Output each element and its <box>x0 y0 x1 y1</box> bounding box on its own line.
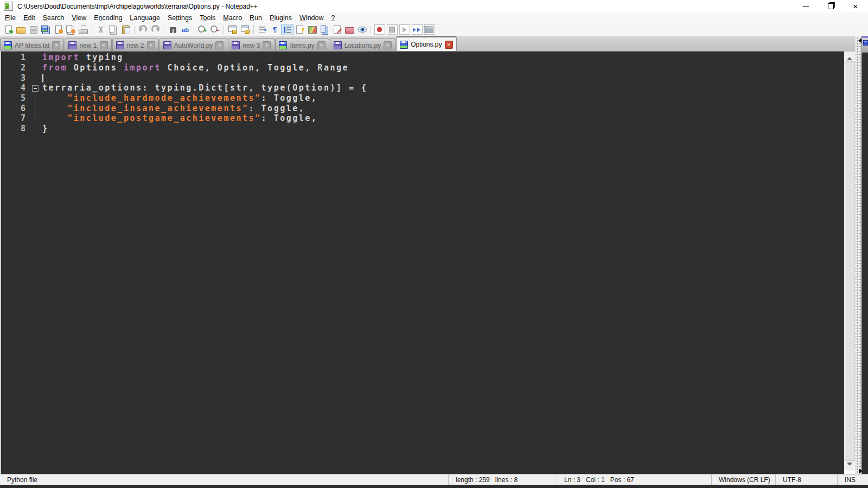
sync-vertical-button[interactable] <box>227 24 238 35</box>
new-file-button[interactable] <box>3 24 14 35</box>
menu-item-help[interactable]: ? <box>328 13 339 23</box>
print-icon <box>79 25 88 34</box>
menu-item-view[interactable]: View <box>68 13 90 23</box>
code-area[interactable]: 1import typing2from Options import Choic… <box>1 52 844 474</box>
close-tab-icon[interactable]: × <box>215 41 224 49</box>
tab-ap-ideas-txt[interactable]: AP Ideas.txt× <box>0 38 64 52</box>
undo-button[interactable] <box>137 24 149 35</box>
fold-margin <box>26 113 42 124</box>
close-all-button[interactable] <box>65 24 76 35</box>
close-file-icon <box>54 25 63 34</box>
document-map-button[interactable] <box>307 24 318 35</box>
macro-save-icon <box>425 25 435 34</box>
monitoring-button[interactable] <box>356 24 368 35</box>
maximize-restore-button[interactable] <box>818 0 843 12</box>
code-line[interactable]: 1import typing <box>1 53 844 63</box>
code-text: "include_insane_achievements": Toggle, <box>42 104 305 113</box>
code-line[interactable]: 5 "include_hardmode_achievements": Toggl… <box>1 93 844 104</box>
status-insert-mode[interactable]: INS <box>837 474 868 485</box>
macro-record-button[interactable] <box>374 24 385 35</box>
menu-item-language[interactable]: Language <box>126 13 164 23</box>
menu-item-edit[interactable]: Edit <box>20 13 39 23</box>
close-tab-icon[interactable]: × <box>52 41 60 49</box>
sync-vertical-icon <box>228 25 238 34</box>
save-all-button[interactable] <box>40 24 52 35</box>
scroll-down-button[interactable] <box>844 461 855 470</box>
macro-run-multiple-button[interactable] <box>411 24 423 35</box>
close-button[interactable]: × <box>843 0 868 12</box>
redo-button[interactable] <box>150 24 161 35</box>
macro-save-button[interactable] <box>424 24 435 35</box>
tab-locations-py[interactable]: Locations.py× <box>330 38 395 52</box>
menu-item-search[interactable]: Search <box>39 13 68 23</box>
code-line[interactable]: 4terraria_options: typing.Dict[str, type… <box>1 83 844 93</box>
editor-pane[interactable]: 1import typing2from Options import Choic… <box>0 51 844 474</box>
menu-bar: FileEditSearchViewEncodingLanguageSettin… <box>0 12 868 23</box>
code-line[interactable]: 7 "include_postgame_achievements": Toggl… <box>1 113 844 124</box>
menu-item-tools[interactable]: Tools <box>196 13 219 23</box>
folder-as-workspace-icon <box>345 25 355 34</box>
window-bottom-edge <box>0 485 868 488</box>
folder-as-workspace-button[interactable] <box>344 24 355 35</box>
code-line[interactable]: 8} <box>1 124 844 134</box>
paste-button[interactable] <box>120 24 131 35</box>
find-button[interactable] <box>167 24 178 35</box>
copy-button[interactable] <box>107 24 119 35</box>
code-line[interactable]: 3 <box>1 73 844 83</box>
fold-collapse-icon[interactable] <box>32 85 39 92</box>
menu-item-window[interactable]: Window <box>296 13 327 23</box>
show-indent-guide-button[interactable] <box>282 24 293 35</box>
tab-new-2[interactable]: new 2× <box>112 38 159 52</box>
show-indent-guide-icon <box>283 25 292 34</box>
status-cursor-position[interactable]: Ln : 3 Col : 1 Pos : 67 <box>557 474 711 485</box>
macro-stop-button[interactable] <box>386 24 398 35</box>
toolbar-separator <box>224 25 224 34</box>
vertical-scrollbar[interactable] <box>844 52 855 471</box>
save-file-button[interactable] <box>28 24 39 35</box>
tab-new-3[interactable]: new 3× <box>228 38 275 52</box>
menu-item-macro[interactable]: Macro <box>219 13 246 23</box>
restore-icon <box>828 3 834 9</box>
menu-item-plugins[interactable]: Plugins <box>266 13 296 23</box>
menu-item-settings[interactable]: Settings <box>164 13 196 23</box>
close-tab-icon[interactable]: × <box>317 41 326 49</box>
tab-new-1[interactable]: new 1× <box>65 38 111 52</box>
status-eol-format[interactable]: Windows (CR LF) <box>711 474 775 485</box>
minimize-button[interactable] <box>793 0 818 12</box>
close-tab-icon[interactable]: × <box>384 41 392 49</box>
close-tab-icon[interactable]: × <box>147 41 155 49</box>
sync-horizontal-button[interactable] <box>239 24 251 35</box>
close-file-button[interactable] <box>53 24 64 35</box>
tab-items-py[interactable]: Items.py× <box>275 38 329 52</box>
close-tab-icon[interactable]: × <box>445 41 453 49</box>
menu-item-file[interactable]: File <box>1 13 20 23</box>
replace-button[interactable] <box>180 24 191 35</box>
menu-item-encoding[interactable]: Encoding <box>90 13 126 23</box>
macro-play-button[interactable] <box>399 24 410 35</box>
code-line[interactable]: 6 "include_insane_achievements": Toggle, <box>1 103 844 113</box>
zoom-out-button[interactable] <box>209 24 221 35</box>
function-list-button[interactable] <box>294 24 305 35</box>
scrollbar-thumb[interactable] <box>845 61 855 461</box>
open-file-button[interactable] <box>15 24 27 35</box>
status-encoding[interactable]: UTF-8 <box>775 474 837 485</box>
tab-options-py[interactable]: Options.py× <box>396 36 456 52</box>
print-button[interactable] <box>78 24 89 35</box>
close-tab-icon[interactable]: × <box>263 41 271 49</box>
document-switcher-icon <box>320 25 330 34</box>
hidden-tab-sliver[interactable] <box>861 36 868 53</box>
edit-marker-button[interactable] <box>331 24 343 35</box>
arrow-down-icon <box>847 463 852 468</box>
document-switcher-button[interactable] <box>319 24 330 35</box>
zoom-in-button[interactable] <box>197 24 208 35</box>
word-wrap-button[interactable] <box>257 24 268 35</box>
scroll-up-button[interactable] <box>844 53 855 61</box>
fold-margin <box>26 124 42 134</box>
show-all-characters-button[interactable] <box>269 24 280 35</box>
menu-item-run[interactable]: Run <box>246 13 266 23</box>
cut-button[interactable] <box>95 24 106 35</box>
close-tab-icon[interactable]: × <box>100 41 108 49</box>
tab-autoworld-py[interactable]: AutoWorld.py× <box>159 38 228 52</box>
view-splitter[interactable] <box>855 36 861 474</box>
code-line[interactable]: 2from Options import Choice, Option, Tog… <box>1 63 844 73</box>
